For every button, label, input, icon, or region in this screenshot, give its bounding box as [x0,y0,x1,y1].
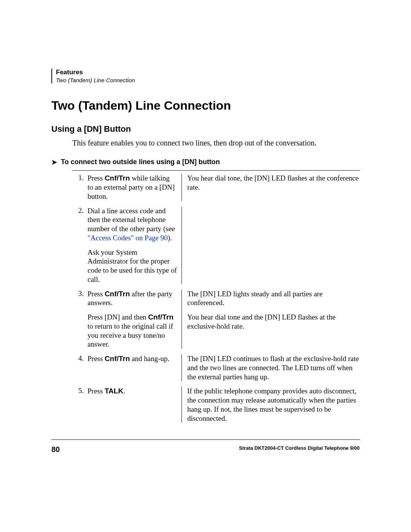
step-subtext: Ask your System Administrator for the pr… [88,248,177,284]
access-codes-link[interactable]: "Access Codes" on Page 90 [88,234,168,242]
header-section: Features [56,69,360,76]
table-row: 4. Press Cnf/Trn and hang-up. The [DN] L… [72,351,360,383]
steps-table: 1. Press Cnf/Trn while talking to an ext… [72,170,360,425]
table-row: 1. Press Cnf/Trn while talking to an ext… [72,171,360,203]
step-number: 5. [72,387,88,423]
cnf-trn-key: Cnf/Trn [105,290,130,298]
table-row: 5. Press TALK. If the public telephone c… [72,383,360,425]
step-action: Press Cnf/Trn and hang-up. [88,354,182,381]
step-result: If the public telephone company provides… [182,387,360,423]
pointer-icon: ➤ [51,158,57,166]
step-result: The [DN] LED lights steady and all parti… [182,289,360,349]
running-header: Features Two (Tandem) Line Connection [51,69,360,83]
header-subsection: Two (Tandem) Line Connection [56,77,360,83]
intro-paragraph: This feature enables you to connect two … [72,139,360,147]
step-result: The [DN] LED continues to flash at the e… [182,354,360,381]
page-title: Two (Tandem) Line Connection [51,99,360,113]
step-number: 1. [72,174,88,201]
step-number: 3. [72,289,88,349]
talk-key: TALK [105,387,123,395]
step-action: Press TALK. [88,387,182,423]
procedure-heading: ➤To connect two outside lines using a [D… [51,158,360,166]
page-footer: 80 Strata DKT2004-CT Cordless Digital Te… [51,439,360,454]
step-action: Press Cnf/Trn while talking to an extern… [88,174,182,201]
step-action: Dial a line access code and then the ext… [88,206,182,284]
footer-document-title: Strata DKT2004-CT Cordless Digital Telep… [239,445,360,451]
table-row: 2. Dial a line access code and then the … [72,203,360,286]
step-action: Press Cnf/Trn after the party answers. P… [88,289,182,349]
table-row: 3. Press Cnf/Trn after the party answers… [72,286,360,351]
step-result [182,206,360,284]
cnf-trn-key: Cnf/Trn [105,174,130,182]
step-result: You hear dial tone, the [DN] LED flashes… [182,174,360,201]
page-number: 80 [51,445,60,454]
page-content: Features Two (Tandem) Line Connection Tw… [0,0,411,425]
section-heading: Using a [DN] Button [51,124,360,134]
step-subtext: Press [DN] and then Cnf/Trn to return to… [88,313,177,349]
step-number: 2. [72,206,88,284]
cnf-trn-key: Cnf/Trn [105,355,130,363]
cnf-trn-key: Cnf/Trn [148,313,174,321]
step-number: 4. [72,354,88,381]
procedure-heading-text: To connect two outside lines using a [DN… [61,158,220,166]
